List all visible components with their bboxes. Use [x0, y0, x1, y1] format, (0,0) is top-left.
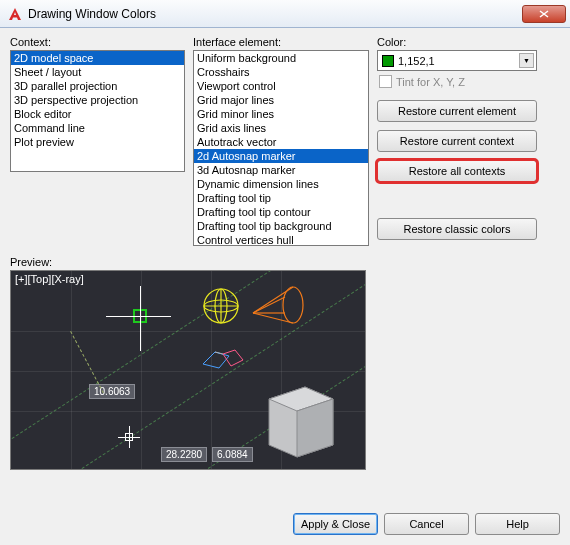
cursor-pickbox-icon [125, 433, 133, 441]
context-item[interactable]: Command line [11, 121, 184, 135]
app-icon [6, 5, 24, 23]
context-item[interactable]: 2D model space [11, 51, 184, 65]
context-listbox[interactable]: 2D model spaceSheet / layout3D parallel … [10, 50, 185, 172]
interface-item[interactable]: Drafting tool tip background [194, 219, 368, 233]
context-item[interactable]: 3D perspective projection [11, 93, 184, 107]
help-button[interactable]: Help [475, 513, 560, 535]
interface-item[interactable]: Viewport control [194, 79, 368, 93]
cancel-button[interactable]: Cancel [384, 513, 469, 535]
dropdown-arrow-icon: ▼ [519, 53, 534, 68]
svg-point-5 [283, 287, 303, 323]
color-dropdown[interactable]: 1,152,1 ▼ [377, 50, 537, 71]
context-label: Context: [10, 36, 185, 48]
svg-line-7 [253, 313, 293, 323]
apply-close-button[interactable]: Apply & Close [293, 513, 378, 535]
interface-item[interactable]: Drafting tool tip contour [194, 205, 368, 219]
tint-label: Tint for X, Y, Z [396, 76, 465, 88]
coord-tooltip-1: 10.6063 [89, 384, 135, 399]
interface-item[interactable]: Grid minor lines [194, 107, 368, 121]
interface-item[interactable]: 3d Autosnap marker [194, 163, 368, 177]
color-label: Color: [377, 36, 537, 48]
interface-item[interactable]: Uniform background [194, 51, 368, 65]
context-item[interactable]: Sheet / layout [11, 65, 184, 79]
color-swatch [382, 55, 394, 67]
interface-item[interactable]: Dynamic dimension lines [194, 177, 368, 191]
interface-item[interactable]: Drafting tool tip [194, 191, 368, 205]
titlebar: Drawing Window Colors [0, 0, 570, 28]
cube-shape-icon [261, 373, 341, 459]
cone-wireframe-icon [251, 283, 305, 329]
interface-item[interactable]: 2d Autosnap marker [194, 149, 368, 163]
context-item[interactable]: Plot preview [11, 135, 184, 149]
sphere-wireframe-icon [201, 286, 241, 326]
close-button[interactable] [522, 5, 566, 23]
svg-line-6 [253, 287, 293, 313]
view-mode-label: [+][Top][X-ray] [15, 273, 84, 285]
restore-classic-button[interactable]: Restore classic colors [377, 218, 537, 240]
coord-tooltip-2b: 6.0884 [212, 447, 253, 462]
svg-line-10 [215, 352, 223, 354]
interface-item[interactable]: Grid axis lines [194, 121, 368, 135]
window-title: Drawing Window Colors [28, 7, 522, 21]
context-item[interactable]: 3D parallel projection [11, 79, 184, 93]
interface-label: Interface element: [193, 36, 369, 48]
context-item[interactable]: Block editor [11, 107, 184, 121]
tint-checkbox[interactable] [379, 75, 392, 88]
restore-all-contexts-button[interactable]: Restore all contexts [377, 160, 537, 182]
interface-listbox[interactable]: Uniform backgroundCrosshairsViewport con… [193, 50, 369, 246]
interface-item[interactable]: Grid major lines [194, 93, 368, 107]
dialog-footer: Apply & Close Cancel Help [293, 513, 560, 535]
interface-item[interactable]: Crosshairs [194, 65, 368, 79]
coord-tooltip-2a: 28.2280 [161, 447, 207, 462]
svg-line-8 [253, 297, 285, 313]
restore-context-button[interactable]: Restore current context [377, 130, 537, 152]
interface-item[interactable]: Autotrack vector [194, 135, 368, 149]
small-wireframe-icon [201, 346, 249, 376]
restore-element-button[interactable]: Restore current element [377, 100, 537, 122]
color-value-text: 1,152,1 [398, 55, 435, 67]
preview-label: Preview: [10, 256, 560, 268]
preview-viewport: [+][Top][X-ray] [10, 270, 366, 470]
interface-item[interactable]: Control vertices hull [194, 233, 368, 246]
